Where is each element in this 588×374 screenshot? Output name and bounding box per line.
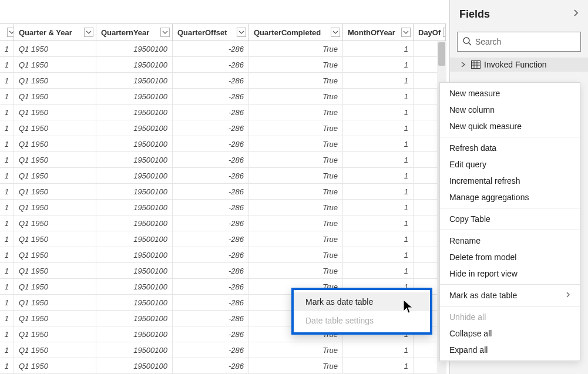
table-row[interactable]: 1Q1 195019500100-286True1 — [0, 215, 446, 231]
menu-item[interactable]: New column — [440, 102, 580, 118]
table-cell[interactable]: 1 — [0, 41, 14, 56]
table-cell[interactable]: Q1 1950 — [14, 184, 96, 199]
table-cell[interactable]: 1 — [0, 263, 14, 278]
table-cell[interactable]: -286 — [173, 184, 249, 199]
table-row[interactable]: 1Q1 195019500100-286True1 — [0, 57, 446, 73]
table-cell[interactable]: 1 — [0, 247, 14, 262]
table-cell[interactable]: 1 — [0, 311, 14, 326]
table-cell[interactable]: -286 — [173, 73, 249, 88]
table-cell[interactable]: 19500100 — [96, 120, 173, 136]
table-row[interactable]: 1Q1 195019500100-286True1 — [0, 231, 446, 247]
table-cell[interactable]: 1 — [343, 152, 414, 167]
table-cell[interactable]: 1 — [0, 295, 14, 310]
menu-item[interactable]: Delete from model — [440, 249, 580, 265]
table-cell[interactable]: Q1 1950 — [14, 105, 96, 120]
table-cell[interactable]: Q1 1950 — [14, 326, 96, 342]
table-cell[interactable]: Q1 1950 — [14, 136, 96, 151]
table-cell[interactable]: 1 — [343, 73, 414, 88]
table-cell[interactable]: -286 — [173, 41, 249, 56]
table-cell[interactable]: True — [249, 247, 343, 262]
table-cell[interactable]: 19500100 — [96, 200, 173, 215]
table-cell[interactable]: 19500100 — [96, 279, 173, 294]
table-cell[interactable]: 1 — [0, 342, 14, 358]
table-row[interactable]: 1Q1 195019500100-286True1 — [0, 200, 446, 215]
table-cell[interactable]: True — [249, 200, 343, 215]
table-cell[interactable]: 1 — [0, 326, 14, 342]
collapse-panel-icon[interactable] — [573, 9, 579, 19]
table-cell[interactable]: 1 — [0, 89, 14, 104]
menu-item[interactable]: Copy Table — [440, 211, 580, 227]
table-row[interactable]: 1Q1 195019500100-286True1 — [0, 152, 446, 168]
column-header[interactable]: QuarterCompleted — [249, 24, 343, 41]
table-cell[interactable]: 19500100 — [96, 295, 173, 310]
table-row[interactable]: 1Q1 195019500100-286True1 — [0, 41, 446, 57]
table-cell[interactable]: True — [249, 358, 343, 373]
table-row[interactable]: 1Q1 195019500100-286True1 — [0, 263, 446, 279]
mark-as-date-table-submenu[interactable]: Mark as date tableDate table settings — [291, 288, 432, 335]
scrollbar-thumb[interactable] — [438, 42, 445, 66]
table-cell[interactable]: Q1 1950 — [14, 311, 96, 326]
table-cell[interactable]: 1 — [0, 168, 14, 183]
table-cell[interactable]: 1 — [343, 231, 414, 247]
menu-item[interactable]: Refresh data — [440, 140, 580, 156]
menu-item[interactable]: Collapse all — [440, 325, 580, 342]
table-cell[interactable]: Q1 1950 — [14, 200, 96, 215]
table-row[interactable]: 1Q1 195019500100-286True1 — [0, 342, 446, 358]
table-cell[interactable]: 1 — [343, 358, 414, 373]
table-cell[interactable]: 1 — [0, 120, 14, 136]
table-cell[interactable]: Q1 1950 — [14, 342, 96, 358]
menu-item[interactable]: Edit query — [440, 156, 580, 173]
table-cell[interactable]: 1 — [0, 200, 14, 215]
table-cell[interactable]: 19500100 — [96, 342, 173, 358]
table-cell[interactable]: True — [249, 120, 343, 136]
table-cell[interactable]: Q1 1950 — [14, 120, 96, 136]
table-cell[interactable]: 19500100 — [96, 136, 173, 151]
table-cell[interactable]: 1 — [343, 215, 414, 231]
table-cell[interactable]: True — [249, 263, 343, 278]
table-cell[interactable]: 1 — [0, 136, 14, 151]
fields-search-box[interactable] — [457, 32, 581, 52]
column-filter-dropdown-icon[interactable] — [331, 28, 340, 37]
table-cell[interactable]: 19500100 — [96, 358, 173, 373]
table-cell[interactable]: 19500100 — [96, 184, 173, 199]
table-cell[interactable]: Q1 1950 — [14, 152, 96, 167]
table-cell[interactable]: -286 — [173, 120, 249, 136]
menu-item[interactable]: Manage aggregations — [440, 189, 580, 205]
table-cell[interactable]: 19500100 — [96, 152, 173, 167]
table-cell[interactable]: 19500100 — [96, 215, 173, 231]
table-cell[interactable]: -286 — [173, 358, 249, 373]
table-cell[interactable]: 1 — [343, 168, 414, 183]
table-cell[interactable]: 19500100 — [96, 311, 173, 326]
table-cell[interactable]: 19500100 — [96, 89, 173, 104]
table-cell[interactable]: -286 — [173, 295, 249, 310]
table-cell[interactable]: 1 — [343, 136, 414, 151]
table-cell[interactable]: 1 — [0, 215, 14, 231]
table-cell[interactable]: 1 — [0, 358, 14, 373]
menu-item[interactable]: New quick measure — [440, 118, 580, 134]
table-cell[interactable]: True — [249, 342, 343, 358]
table-cell[interactable]: -286 — [173, 247, 249, 262]
table-cell[interactable]: Q1 1950 — [14, 73, 96, 88]
table-cell[interactable]: 1 — [0, 57, 14, 72]
column-filter-dropdown-icon[interactable] — [401, 28, 411, 37]
table-cell[interactable]: Q1 1950 — [14, 89, 96, 104]
table-cell[interactable]: True — [249, 57, 343, 72]
table-cell[interactable]: True — [249, 231, 343, 247]
table-cell[interactable]: 19500100 — [96, 247, 173, 262]
context-menu[interactable]: New measureNew columnNew quick measureRe… — [439, 82, 580, 361]
table-cell[interactable]: 19500100 — [96, 105, 173, 120]
table-cell[interactable]: 1 — [0, 231, 14, 247]
column-filter-dropdown-icon[interactable] — [237, 28, 246, 37]
menu-item[interactable]: Incremental refresh — [440, 173, 580, 189]
table-cell[interactable]: 19500100 — [96, 57, 173, 72]
column-header[interactable]: MonthOfYear — [343, 24, 414, 41]
table-cell[interactable]: 1 — [343, 89, 414, 104]
table-cell[interactable]: -286 — [173, 231, 249, 247]
table-row[interactable]: 1Q1 195019500100-286True1 — [0, 120, 446, 136]
table-cell[interactable]: Q1 1950 — [14, 358, 96, 373]
table-cell[interactable]: -286 — [173, 326, 249, 342]
table-cell[interactable]: 1 — [343, 105, 414, 120]
field-table-item[interactable]: Invoked Function — [450, 58, 588, 72]
table-row[interactable]: 1Q1 195019500100-286True1 — [0, 136, 446, 152]
table-row[interactable]: 1Q1 195019500100-286True1 — [0, 89, 446, 105]
